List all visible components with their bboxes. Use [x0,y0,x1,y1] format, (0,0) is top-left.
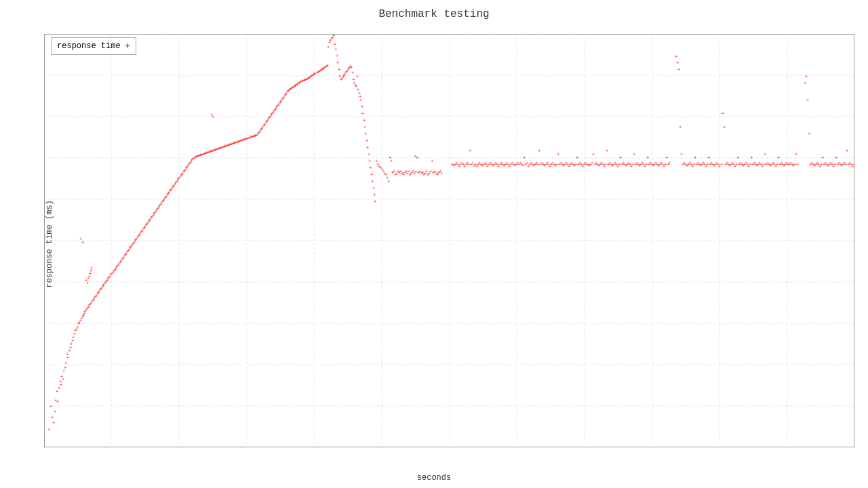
svg-text:+: + [366,138,368,144]
svg-text:+: + [334,47,337,52]
svg-text:+: + [414,154,416,159]
chart-area: .grid-line { stroke: #cccccc; stroke-wid… [44,34,854,447]
svg-text:+: + [326,63,329,68]
svg-text:+: + [356,74,359,79]
svg-text:+: + [363,118,366,123]
svg-text:+: + [469,148,471,154]
svg-text:+: + [736,155,739,161]
svg-text:+: + [619,155,622,161]
svg-text:+: + [846,148,848,154]
svg-text:+: + [368,152,370,157]
svg-text:+: + [676,60,679,66]
data-points: + + + + + + + + + + + + + + + + + + + + [47,34,854,432]
svg-text:+: + [665,155,668,161]
svg-text:+: + [51,415,54,420]
svg-text:+: + [538,148,540,154]
svg-text:+: + [369,165,372,171]
chart-container: Benchmark testing response time (ms) sec… [0,0,868,488]
svg-text:+: + [351,70,354,76]
svg-text:+: + [804,81,806,86]
svg-text:+: + [633,152,635,157]
svg-text:+: + [336,60,339,66]
svg-text:+: + [332,34,335,39]
svg-text:+: + [694,155,696,161]
svg-text:+: + [557,152,559,157]
svg-text:+: + [722,111,724,117]
svg-text:+: + [806,98,809,103]
svg-text:+: + [852,162,854,167]
svg-text:+: + [723,125,726,130]
chart-title: Benchmark testing [0,0,868,20]
svg-text:+: + [373,192,376,198]
svg-text:+: + [675,54,677,60]
svg-text:+: + [679,125,682,130]
svg-text:+: + [350,65,353,70]
svg-text:+: + [431,159,433,164]
svg-text:+: + [387,179,390,184]
svg-text:+: + [56,399,59,405]
svg-text:+: + [606,148,608,154]
svg-text:+: + [390,159,393,164]
svg-text:+: + [821,155,824,161]
x-axis-label: seconds [417,473,451,483]
svg-text:+: + [677,67,680,73]
svg-text:+: + [64,365,66,371]
svg-text:+: + [720,162,723,167]
svg-text:+: + [361,104,363,110]
svg-text:+: + [47,427,50,432]
svg-text:+: + [364,131,367,137]
svg-text:+: + [338,67,340,73]
svg-text:+: + [808,131,810,137]
svg-text:+: + [371,179,374,184]
svg-text:+: + [646,155,649,161]
svg-text:+: + [805,74,808,79]
svg-text:+: + [764,152,766,157]
svg-text:+: + [777,155,780,161]
svg-text:+: + [52,420,55,426]
svg-text:+: + [60,382,62,388]
svg-text:+: + [750,155,753,161]
svg-text:+: + [62,377,64,382]
svg-text:+: + [327,45,330,50]
svg-text:+: + [576,155,578,161]
svg-text:+: + [707,155,710,161]
svg-text:+: + [523,155,526,161]
svg-text:+: + [680,152,683,157]
svg-text:+: + [212,115,214,120]
svg-text:+: + [50,404,52,409]
svg-text:+: + [66,355,69,361]
svg-text:+: + [835,155,837,161]
svg-text:+: + [796,162,799,167]
svg-text:+: + [81,240,84,245]
svg-text:+: + [668,161,671,166]
svg-text:+: + [366,145,369,150]
svg-text:+: + [361,111,364,117]
svg-text:+: + [86,281,89,286]
svg-text:+: + [90,266,93,271]
svg-text:+: + [374,199,376,205]
svg-text:+: + [336,54,338,59]
svg-text:+: + [363,125,366,130]
svg-text:+: + [592,152,595,157]
svg-text:+: + [370,172,373,178]
svg-text:+: + [64,361,67,366]
svg-text:+: + [372,186,375,191]
svg-text:+: + [368,159,371,164]
chart-svg: .grid-line { stroke: #cccccc; stroke-wid… [44,34,854,447]
svg-text:+: + [54,409,56,415]
svg-text:+: + [359,98,362,103]
svg-text:+: + [440,171,443,176]
svg-text:+: + [795,152,797,157]
